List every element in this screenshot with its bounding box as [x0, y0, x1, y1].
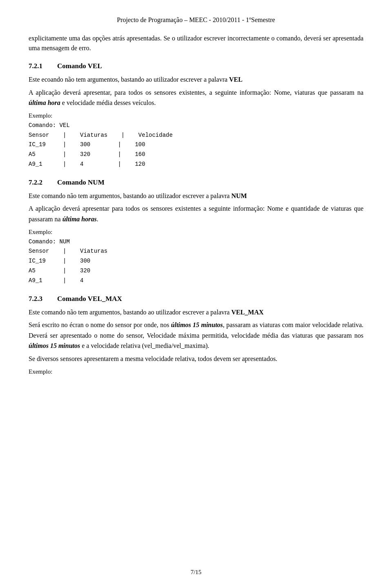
section-723-example-label: Exemplo: [29, 368, 363, 375]
section-722-example-label: Exemplo: [29, 229, 363, 236]
section-722-para1: Este comando não tem argumentos, bastand… [29, 191, 363, 201]
section-722-heading: 7.2.2 Comando NUM [29, 178, 363, 187]
keyword-num: NUM [231, 192, 247, 199]
header-title: Projecto de Programação – MEEC - 2010/20… [117, 16, 275, 23]
intro-line1: explicitamente uma das opções atrás apre… [29, 35, 363, 51]
section-721-para2: A aplicação deverá apresentar, para todo… [29, 87, 363, 108]
section-722-body: Este comando não tem argumentos, bastand… [29, 191, 363, 225]
section-721-title: Comando VEL [57, 62, 102, 70]
section-723-number: 7.2.3 [29, 295, 57, 303]
section-721-para1: Este ecoando não tem argumentos, bastand… [29, 74, 363, 85]
keyword-vel-max: VEL_MAX [231, 309, 263, 316]
section-721-number: 7.2.1 [29, 62, 57, 70]
page-container: Projecto de Programação – MEEC - 2010/20… [0, 0, 392, 588]
section-722-number: 7.2.2 [29, 178, 57, 187]
keyword-vel: VEL [229, 76, 243, 83]
section-723-para1: Este comando não tem argumentos, bastand… [29, 307, 363, 318]
section-721-body: Este ecoando não tem argumentos, bastand… [29, 74, 363, 108]
keyword-ultimos-15-min-1: últimos 15 minutos [171, 321, 223, 328]
section-722-title: Comando NUM [57, 178, 105, 187]
section-723-para2: Será escrito no écran o nome do sensor p… [29, 320, 363, 351]
page-header: Projecto de Programação – MEEC - 2010/20… [29, 16, 363, 24]
page-number: 7/15 [191, 569, 202, 575]
section-721-code: Comando: VEL Sensor | Viaturas | Velocid… [29, 121, 363, 169]
section-723-body: Este comando não tem argumentos, bastand… [29, 307, 363, 364]
intro-paragraph: explicitamente uma das opções atrás apre… [29, 33, 363, 53]
section-722-para2: A aplicação deverá apresentar para todos… [29, 203, 363, 224]
keyword-ultimos-15-min-2: últimos 15 minutos [29, 342, 80, 349]
keyword-ultima-horas: última horas [62, 216, 97, 223]
section-723-title: Comando VEL_MAX [57, 295, 122, 303]
section-721-example-label: Exemplo: [29, 112, 363, 119]
section-721-heading: 7.2.1 Comando VEL [29, 62, 363, 70]
keyword-ultima-hora: última hora [29, 99, 60, 106]
page-footer: 7/15 [0, 569, 392, 576]
section-723-heading: 7.2.3 Comando VEL_MAX [29, 295, 363, 303]
section-722-code: Comando: NUM Sensor | Viaturas IC_19 | 3… [29, 237, 363, 286]
section-723-para3: Se diversos sensores apresentarem a mesm… [29, 354, 363, 364]
